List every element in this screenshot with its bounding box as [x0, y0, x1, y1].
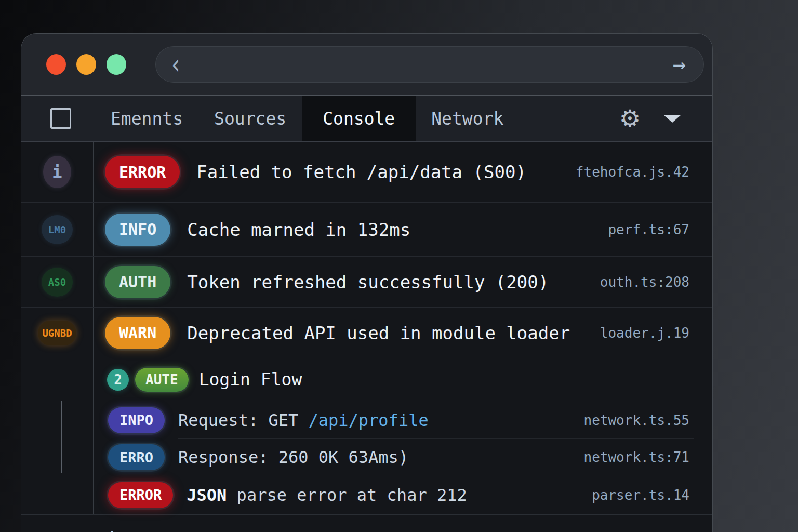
source-link[interactable]: perf.ts:67: [608, 222, 712, 237]
titlebar: ‹ →: [21, 34, 712, 96]
inspect-element-icon[interactable]: [50, 108, 71, 129]
minimize-window-button[interactable]: [76, 54, 96, 75]
warn-badge: WARN: [105, 317, 170, 349]
tab-list: Emennts Sources Console Network: [95, 96, 519, 141]
traffic-lights: [46, 54, 126, 75]
tab-elements[interactable]: Emennts: [95, 96, 198, 141]
info-badge: INFO: [105, 214, 170, 246]
aute-badge: AUTE: [135, 368, 189, 392]
zoom-window-button[interactable]: [107, 54, 126, 75]
tab-sources[interactable]: Sources: [198, 96, 302, 141]
log-row-json-parse-error[interactable]: ERROR JSON parse error at char 212 parse…: [21, 475, 712, 515]
back-icon[interactable]: ‹: [169, 51, 182, 78]
tab-console[interactable]: Console: [302, 96, 416, 141]
log-message: Request: GET /api/profile: [178, 410, 429, 430]
source-link[interactable]: ftehofca.js.42: [576, 164, 712, 180]
source-link[interactable]: network.ts:71: [584, 449, 713, 465]
log-message: JSON parse error at char 212: [187, 485, 467, 505]
log-message: Cache marned in 132ms: [187, 219, 410, 240]
log-row-request-get[interactable]: INPO Request: GET /api/profile network.t…: [21, 401, 712, 439]
log-message: Token refreshed successfully (200): [187, 272, 549, 292]
log-message: Deprecated API used in module loader: [187, 323, 570, 343]
tab-network[interactable]: Network: [416, 96, 519, 141]
lm0-badge-icon: LM0: [42, 215, 73, 244]
console-log: i ERROR Failed to fetch /api/data (S00) …: [21, 142, 712, 532]
tabbar-actions: ⚙: [619, 96, 681, 141]
source-link[interactable]: network.ts.55: [584, 413, 713, 428]
error-badge: ERROR: [108, 482, 173, 508]
log-row-error-fetch[interactable]: i ERROR Failed to fetch /api/data (S00) …: [21, 142, 712, 203]
log-row-auth-token[interactable]: AS0 AUTH Token refreshed successfully (2…: [21, 257, 712, 308]
log-row-info-cache[interactable]: LM0 INFO Cache marned in 132ms perf.ts:6…: [21, 203, 712, 257]
info-circle-icon: i: [43, 156, 71, 188]
inpo-badge: INPO: [108, 407, 165, 433]
devtools-window: ‹ → Emennts Sources Console Network ⚙ i …: [21, 33, 713, 532]
source-link[interactable]: outh.ts:208: [600, 274, 712, 290]
chevron-down-icon[interactable]: [663, 115, 681, 123]
group-toggle-icon[interactable]: 2: [107, 369, 129, 391]
close-window-button[interactable]: [46, 54, 66, 75]
source-link[interactable]: loader.j.19: [600, 325, 712, 341]
as0-badge-icon: AS0: [42, 268, 73, 297]
gear-icon[interactable]: ⚙: [619, 107, 641, 130]
log-row-warn-deprecated[interactable]: UGNBD WARN Deprecated API used in module…: [21, 308, 712, 358]
source-link[interactable]: parser.ts.14: [592, 487, 712, 503]
group-title: Login Flow: [199, 369, 302, 390]
go-arrow-icon[interactable]: →: [673, 54, 686, 75]
auth-badge: AUTH: [105, 266, 170, 298]
console-input-row[interactable]: [21, 515, 712, 532]
error-badge: ERROR: [105, 156, 180, 188]
log-message: Response: 260 0K 63Ams): [178, 447, 408, 467]
ugnbd-badge-icon: UGNBD: [38, 321, 76, 345]
url-input[interactable]: [193, 56, 662, 73]
erro-badge: ERRO: [108, 444, 165, 470]
api-profile-link[interactable]: /api/profile: [308, 410, 428, 430]
log-group-header-login-flow[interactable]: 2 AUTE Login Flow: [21, 358, 712, 401]
log-message: Failed to fetch /api/data (S00): [196, 162, 526, 182]
log-row-response[interactable]: ERRO Response: 260 0K 63Ams) network.ts:…: [21, 439, 712, 475]
url-bar[interactable]: ‹ →: [155, 46, 704, 83]
devtools-tabbar: Emennts Sources Console Network ⚙: [21, 96, 712, 142]
